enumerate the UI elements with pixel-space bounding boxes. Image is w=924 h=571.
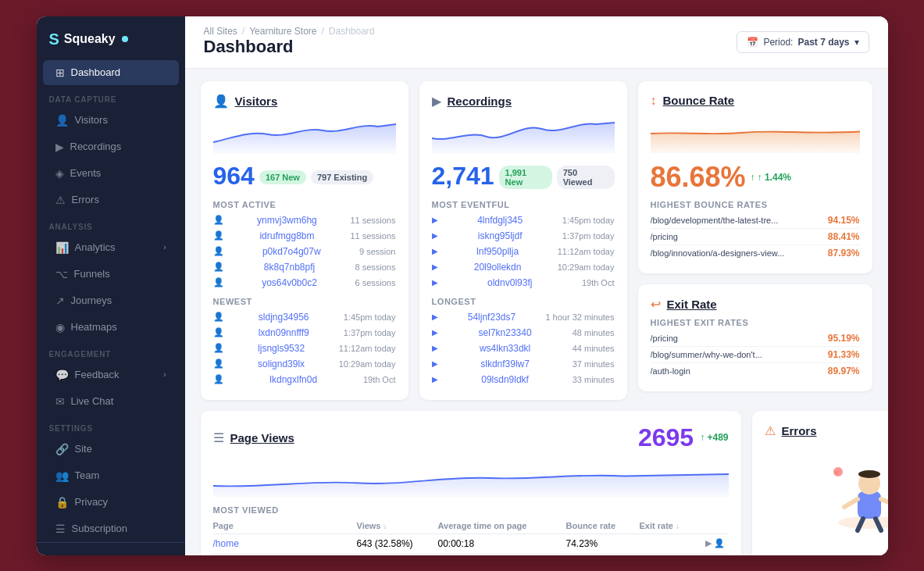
page-views-sparkline [213,459,729,498]
recording-time: 11:12am today [558,247,615,256]
list-item: 👤 solignd39lx 10:29am today [213,356,396,372]
play-icon: ▶ [432,247,438,255]
row-actions: ▶ 👤 [705,538,729,548]
recording-link[interactable]: iskng95ljdf [478,230,523,241]
exit-rate-title[interactable]: Exit Rate [667,298,717,311]
errors-card-header: ⚠ Errors [765,423,888,438]
user-icon: 👤 [213,230,224,241]
sidebar-item-label: Dashboard [71,66,121,78]
sidebar-item-analytics[interactable]: 📊 Analytics › [43,235,179,260]
visitor-link[interactable]: 8k8q7nb8pfj [264,262,315,273]
col-bounce: Bounce rate [566,521,637,530]
visitor-link[interactable]: ynmvj3wm6hg [257,215,317,226]
exit-row: /auth-login 89.97% [651,363,860,379]
sidebar-item-events[interactable]: ◈ Events [43,161,179,186]
breadcrumb-store[interactable]: Yearniture Store [249,26,316,37]
period-selector[interactable]: 📅 Period: Past 7 days ▾ [737,31,869,53]
svg-line-5 [881,499,888,505]
visitors-active-list: 👤 ynmvj3wm6hg 11 sessions 👤 idrufmgg8bm … [213,212,396,291]
recording-duration: 44 minutes [573,344,615,353]
visitor-link[interactable]: idrufmgg8bm [259,230,314,241]
visitor-sessions: 6 sessions [355,278,396,287]
exit-rate-icon: ↩ [651,297,661,312]
errors-icon: ⚠ [55,194,66,206]
breadcrumb-sep1: / [242,26,244,37]
col-avg-time: Average time on page [438,521,563,530]
exit-row: /blog/summer/why-we-don't... 91.33% [651,347,860,363]
sidebar-item-label: Funnels [74,268,110,280]
errors-card: ⚠ Errors [752,411,888,555]
page-views-title[interactable]: Page Views [230,431,294,444]
live-chat-icon: ✉ [55,395,65,408]
sidebar-item-privacy[interactable]: 🔒 Privacy [43,490,179,515]
recordings-viewed-badge: 750 Viewed [557,166,615,189]
sidebar-item-feedback[interactable]: 💬 Feedback › [43,362,179,387]
visitor-link[interactable]: p0kd7o4g07w [262,246,321,257]
page-views-value: 2695 [638,423,694,452]
user-icon: 👤 [213,215,224,225]
page-views-card: ☰ Page Views 2695 ↑ +489 [201,411,741,555]
recording-link[interactable]: ws4lkn33dkl [480,343,530,354]
section-settings: Settings [37,415,185,436]
bounce-rate-icon: ↕ [651,94,657,108]
sidebar-item-label: Live Chat [71,395,114,407]
page-link[interactable]: /home [213,538,354,549]
visitor-link[interactable]: lkdngxlfn0d [269,374,317,385]
main-content: All Sites / Yearniture Store / Dashboard… [185,16,888,555]
recording-link[interactable]: sel7kn23340 [479,327,532,338]
bounce-rate-title[interactable]: Bounce Rate [663,94,735,107]
recordings-eventful-title: Most eventful [432,200,615,209]
visitors-card-title[interactable]: Visitors [235,95,278,108]
sidebar-item-label: Site [75,443,92,455]
sidebar: S Squeaky ⊞ Dashboard Data Capture 👤 Vis… [37,16,185,555]
recording-link[interactable]: 4lnfdglj345 [477,215,523,226]
visitor-link[interactable]: lxdn09nnfff9 [259,327,309,338]
bounce-pct: 94.15% [828,215,860,226]
visitors-newest-title: Newest [213,297,396,306]
chevron-right-icon: › [163,243,166,252]
recording-link[interactable]: lnf950pllja [476,246,519,257]
visitor-link[interactable]: solignd39lx [258,359,305,369]
sidebar-item-errors[interactable]: ⚠ Errors [43,187,179,212]
sidebar-item-dashboard[interactable]: ⊞ Dashboard [43,60,179,85]
sidebar-item-team[interactable]: 👥 Team [43,463,179,488]
recording-link[interactable]: 20l9ollekdn [474,262,522,273]
sidebar-item-visitors[interactable]: 👤 Visitors [43,108,179,133]
sidebar-item-funnels[interactable]: ⌥ Funnels [43,262,179,287]
play-icon: ▶ [432,231,438,240]
page-views-header: ☰ Page Views 2695 ↑ +489 [213,423,729,452]
sidebar-item-label: Team [75,469,100,481]
bounce-rate-value: 86.68% [651,161,746,194]
visitors-metric: 964 [213,162,255,191]
page-title: Dashboard [204,37,375,57]
sidebar-item-heatmaps[interactable]: ◉ Heatmaps [43,315,179,340]
user-icon: 👤 [213,343,224,353]
content-area: 👤 Visitors [185,69,888,555]
sidebar-item-journeys[interactable]: ↗ Journeys [43,288,179,313]
recording-link[interactable]: 09lsdn9ldkf [481,374,529,385]
page-views-icon: ☰ [213,430,224,445]
recording-link[interactable]: 54ljnf23ds7 [468,312,516,323]
recording-link[interactable]: oldnv0l93fj [487,277,532,288]
sidebar-item-recordings[interactable]: ▶ Recordings [43,134,179,159]
play-icon: ▶ [432,328,438,337]
list-item: ▶ 4lnfdglj345 1:45pm today [432,212,615,228]
visitor-link[interactable]: ljsngls9532 [258,343,305,354]
recording-link[interactable]: slkdnf39lw7 [480,359,530,369]
sidebar-item-label: Analytics [75,241,116,253]
visitor-link[interactable]: sldjng34956 [259,312,309,323]
sidebar-item-live-chat[interactable]: ✉ Live Chat [43,389,179,414]
sidebar-item-site[interactable]: 🔗 Site [43,437,179,462]
sidebar-item-label: Journeys [71,294,112,306]
user-icon: 👤 [213,312,224,322]
play-icon: ▶ [432,344,438,352]
recordings-card-title[interactable]: Recordings [448,95,512,108]
table-row: /furniture 221 (11.19%) 00:00:37 54.19% … [213,554,729,555]
sidebar-item-subscription[interactable]: ☰ Subscription [43,516,179,541]
header-right: 📅 Period: Past 7 days ▾ [737,31,869,53]
logo-icon: S [49,30,59,48]
visitor-link[interactable]: yos64v0b0c2 [262,277,317,288]
recordings-card-header: ▶ Recordings [432,94,615,109]
breadcrumb-all-sites[interactable]: All Sites [204,26,237,37]
errors-card-title[interactable]: Errors [782,424,817,437]
